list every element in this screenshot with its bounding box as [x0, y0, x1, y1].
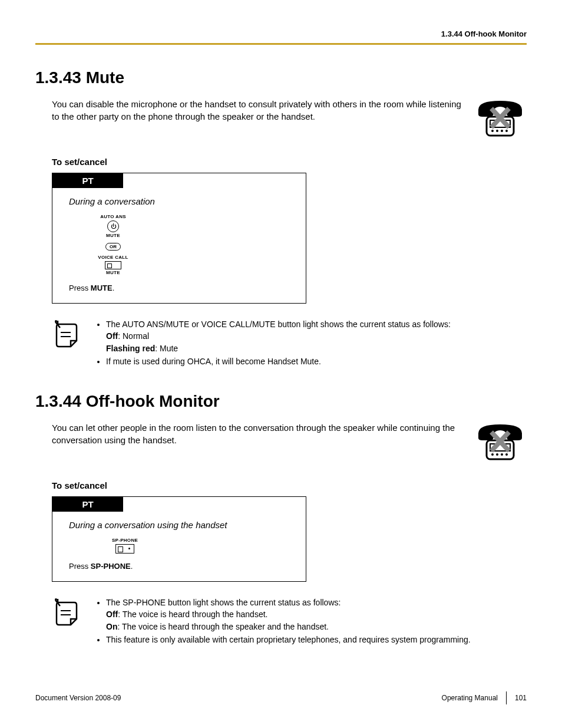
svg-point-5 [505, 130, 508, 132]
mute-note-list: The AUTO ANS/MUTE or VOICE CALL/MUTE but… [93, 318, 521, 368]
svg-point-14 [505, 453, 508, 456]
svg-point-4 [501, 130, 503, 132]
phone-disabled-icon [474, 421, 527, 463]
header-rule [35, 43, 527, 45]
document-page: 1.3.44 Off-hook Monitor 1.3.43 Mute You … [0, 0, 562, 728]
mute-notes: The AUTO ANS/MUTE or VOICE CALL/MUTE but… [52, 318, 527, 368]
offhook-note-1: The SP-PHONE button light shows the curr… [106, 597, 521, 633]
offhook-note-list: The SP-PHONE button light shows the curr… [93, 597, 521, 647]
footer-manual-label: Operating Manual [442, 694, 498, 702]
phone-disabled-icon [474, 98, 527, 139]
header-breadcrumb: 1.3.44 Off-hook Monitor [35, 29, 527, 38]
offhook-intro-row: You can let other people in the room lis… [35, 421, 527, 463]
round-button-icon: ⏻ [107, 220, 119, 232]
svg-point-12 [496, 453, 498, 456]
section-heading-offhook: 1.3.44 Off-hook Monitor [35, 392, 527, 411]
or-label: OR [105, 243, 121, 251]
mute-press-line: Press MUTE. [69, 284, 295, 292]
offhook-context: During a conversation using the handset [69, 520, 295, 530]
offhook-press-line: Press SP-PHONE. [69, 562, 295, 571]
svg-point-2 [491, 130, 494, 132]
sp-phone-button-stack: SP-PHONE [92, 538, 157, 554]
mute-context: During a conversation [69, 196, 295, 206]
svg-point-8 [55, 320, 57, 322]
mute-button-stack: AUTO ANS ⏻ MUTE OR VOICE CALL MUTE [81, 215, 146, 275]
footer-doc-version: Document Version 2008-09 [35, 694, 121, 702]
offhook-subhead: To set/cancel [52, 480, 527, 490]
note-icon [52, 597, 81, 626]
offhook-procedure-box: PT During a conversation using the hands… [52, 496, 306, 582]
auto-ans-mute-button: AUTO ANS ⏻ MUTE [100, 215, 126, 238]
svg-point-3 [496, 130, 498, 132]
offhook-notes: The SP-PHONE button light shows the curr… [52, 597, 527, 647]
svg-point-13 [501, 453, 503, 456]
note-icon [52, 318, 81, 348]
offhook-intro-text: You can let other people in the room lis… [35, 421, 462, 446]
sp-phone-button: SP-PHONE [112, 538, 138, 554]
mute-note-2: If mute is used during OHCA, it will bec… [106, 355, 521, 367]
pt-tab: PT [52, 497, 123, 512]
mute-intro-row: You can disable the microphone or the ha… [35, 98, 527, 139]
svg-point-11 [491, 453, 494, 456]
page-footer: Document Version 2008-09 Operating Manua… [35, 691, 527, 704]
mute-subhead: To set/cancel [52, 157, 527, 167]
mute-procedure-box: PT During a conversation AUTO ANS ⏻ MUTE… [52, 173, 306, 304]
mute-note-1: The AUTO ANS/MUTE or VOICE CALL/MUTE but… [106, 318, 521, 354]
section-heading-mute: 1.3.43 Mute [35, 68, 527, 87]
sp-phone-button-icon [115, 544, 134, 554]
footer-page-number: 101 [515, 694, 527, 702]
mute-intro-text: You can disable the microphone or the ha… [35, 98, 462, 123]
pt-tab: PT [52, 173, 123, 188]
offhook-note-2: This feature is only available with cert… [106, 634, 521, 645]
voice-call-mute-button: VOICE CALL MUTE [98, 255, 128, 275]
footer-divider [506, 691, 507, 704]
svg-point-17 [55, 598, 57, 601]
rect-button-icon [105, 261, 121, 269]
